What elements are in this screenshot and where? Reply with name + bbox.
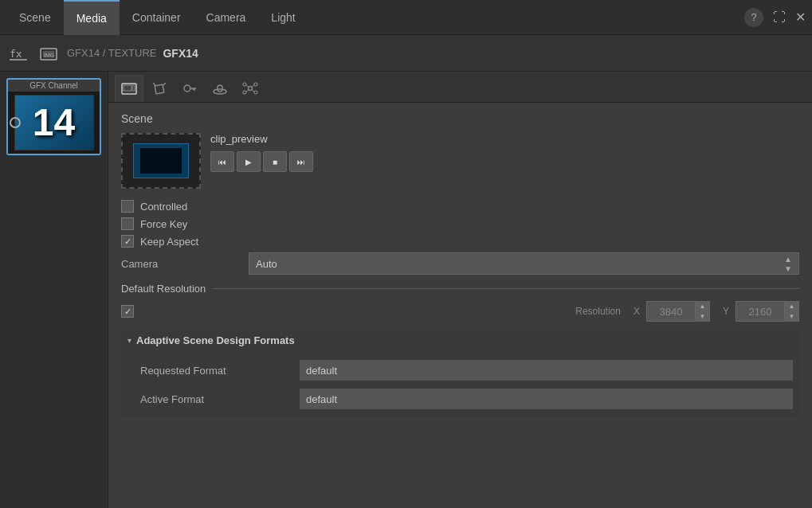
tab-key[interactable] (175, 75, 204, 102)
resolution-row: Resolution X ▲ ▼ Y (121, 301, 799, 322)
svg-point-17 (249, 87, 253, 91)
resolution-x-field: X ▲ ▼ (634, 301, 710, 322)
camera-arrow: ▲▼ (784, 255, 792, 273)
adaptive-body: Requested Format default Active Format d… (121, 351, 799, 418)
nav-light[interactable]: Light (258, 0, 308, 35)
tab-bar (108, 72, 812, 103)
content-area: Scene clip_preview ⏮ ▶ ■ ⏭ (108, 103, 812, 508)
x-axis-label: X (634, 306, 640, 317)
y-spin-up[interactable]: ▲ (785, 301, 798, 311)
tab-transform[interactable] (145, 75, 174, 102)
nav-media[interactable]: Media (64, 0, 120, 35)
nav-camera[interactable]: Camera (194, 0, 259, 35)
resolution-y-spinbox[interactable]: ▲ ▼ (736, 301, 799, 322)
x-spin-down[interactable]: ▼ (696, 311, 709, 322)
second-bar: fx IMG GFX14 / TEXTURE GFX14 (0, 35, 812, 72)
svg-line-10 (163, 83, 166, 85)
keep-aspect-label: Keep Aspect (140, 236, 198, 248)
clip-name: clip_preview (210, 133, 313, 145)
svg-point-11 (184, 85, 190, 92)
help-icon[interactable]: ? (744, 8, 763, 27)
svg-point-18 (243, 83, 246, 86)
svg-point-21 (254, 91, 257, 94)
channel-card-header: GFX Channel (8, 80, 100, 92)
camera-row: Camera Auto ▲▼ (121, 252, 799, 275)
page-title: GFX14 (163, 47, 198, 60)
playback-stop-btn[interactable]: ■ (263, 151, 287, 172)
svg-line-25 (252, 90, 254, 92)
playback-prev-btn[interactable]: ⏮ (210, 151, 234, 172)
svg-line-24 (246, 90, 249, 92)
svg-text:IMG: IMG (44, 53, 54, 58)
svg-rect-7 (132, 85, 135, 91)
controlled-row: Controlled (121, 200, 799, 213)
active-format-value: default (300, 389, 793, 409)
top-nav: Scene Media Container Camera Light ? ⛶ ✕ (0, 0, 812, 35)
requested-format-row: Requested Format default (134, 356, 799, 385)
controlled-label: Controlled (140, 201, 187, 213)
camera-value: Auto (256, 258, 277, 270)
svg-line-23 (252, 85, 254, 87)
camera-select[interactable]: Auto ▲▼ (249, 252, 799, 275)
keep-aspect-row: Keep Aspect (121, 235, 799, 248)
active-format-label: Active Format (140, 393, 300, 405)
active-format-row: Active Format default (134, 385, 799, 413)
nav-scene[interactable]: Scene (6, 0, 64, 35)
svg-point-19 (254, 83, 257, 86)
divider (212, 288, 799, 289)
tab-network[interactable] (236, 75, 265, 102)
force-key-label: Force Key (140, 218, 187, 230)
svg-line-9 (153, 83, 155, 85)
adaptive-chevron-icon: ▾ (127, 336, 131, 345)
controlled-checkbox[interactable] (121, 200, 134, 213)
resolution-y-field: Y ▲ ▼ (723, 301, 799, 322)
playback-next-btn[interactable]: ⏭ (289, 151, 313, 172)
requested-format-label: Requested Format (140, 365, 300, 377)
svg-rect-6 (124, 85, 131, 91)
nav-right-icons: ? ⛶ ✕ (744, 8, 806, 27)
adaptive-title: Adaptive Scene Design Formats (136, 334, 295, 346)
texture-icon[interactable]: IMG (37, 41, 61, 65)
y-spin-down[interactable]: ▼ (785, 311, 798, 322)
svg-line-22 (246, 85, 249, 87)
fullscreen-icon[interactable]: ⛶ (773, 10, 786, 25)
svg-text:fx: fx (10, 48, 22, 60)
resolution-checkbox[interactable] (121, 305, 134, 318)
x-spin-up[interactable]: ▲ (696, 301, 709, 311)
x-spin-btns: ▲ ▼ (695, 301, 709, 322)
tab-scene[interactable] (115, 75, 143, 102)
adaptive-header[interactable]: ▾ Adaptive Scene Design Formats (121, 330, 799, 351)
channel-card-body: 14 (8, 92, 100, 154)
force-key-checkbox[interactable] (121, 217, 134, 230)
svg-rect-16 (218, 85, 222, 92)
default-resolution-label: Default Resolution (121, 283, 206, 295)
svg-point-20 (243, 91, 246, 94)
channel-card: GFX Channel 14 (6, 78, 101, 155)
breadcrumb: GFX14 / TEXTURE (67, 47, 156, 59)
preview-box (121, 133, 201, 189)
requested-format-value: default (300, 360, 793, 381)
force-key-row: Force Key (121, 217, 799, 230)
preview-controls: clip_preview ⏮ ▶ ■ ⏭ (210, 133, 313, 172)
keep-aspect-checkbox[interactable] (121, 235, 134, 248)
playback-btns: ⏮ ▶ ■ ⏭ (210, 151, 313, 172)
tab-hat[interactable] (206, 75, 234, 102)
resolution-label: Resolution (575, 306, 621, 317)
camera-label: Camera (121, 258, 249, 270)
svg-rect-8 (155, 84, 164, 94)
left-panel: GFX Channel 14 (0, 72, 108, 508)
resolution-y-input[interactable] (736, 306, 784, 318)
resolution-x-input[interactable] (647, 306, 695, 318)
close-icon[interactable]: ✕ (795, 10, 806, 25)
resolution-x-spinbox[interactable]: ▲ ▼ (646, 301, 710, 322)
default-resolution-header: Default Resolution (121, 283, 799, 295)
preview-screen (139, 147, 182, 174)
main-layout: GFX Channel 14 (0, 72, 812, 508)
channel-number: 14 (14, 95, 94, 150)
playback-play-btn[interactable]: ▶ (237, 151, 261, 172)
preview-inner (133, 143, 189, 178)
preview-row: clip_preview ⏮ ▶ ■ ⏭ (121, 133, 799, 189)
nav-container[interactable]: Container (120, 0, 194, 35)
fx-icon[interactable]: fx (6, 41, 30, 65)
right-panel: Scene clip_preview ⏮ ▶ ■ ⏭ (108, 72, 812, 508)
